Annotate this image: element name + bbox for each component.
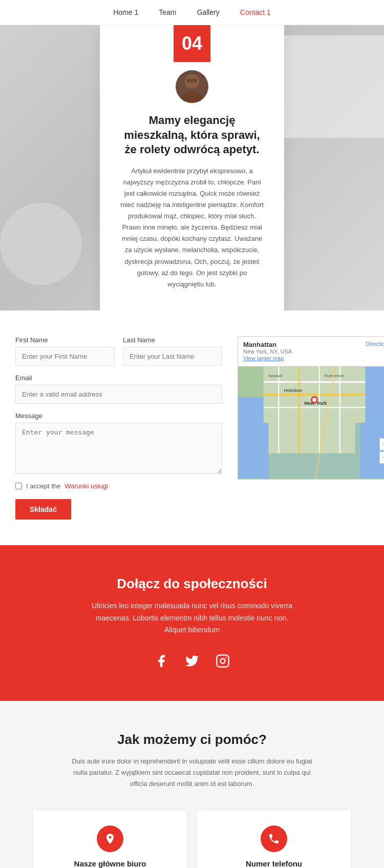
message-group: Message — [15, 412, 222, 474]
phone-icon-circle — [261, 825, 287, 852]
phone-card-title: Numer telefonu — [207, 859, 340, 868]
community-section: Dołącz do społeczności Ultricies leo int… — [0, 545, 384, 701]
last-name-input[interactable] — [123, 347, 222, 366]
community-title: Dołącz do społeczności — [20, 576, 364, 592]
first-name-label: First Name — [15, 336, 115, 344]
nav-contact[interactable]: Contact 1 — [240, 8, 271, 16]
location-icon-circle — [97, 825, 123, 852]
first-name-input[interactable] — [15, 347, 115, 366]
message-label: Message — [15, 412, 222, 420]
help-section: Jak możemy ci pomóc? Duis aute irure dol… — [0, 701, 384, 868]
email-label: Email — [15, 374, 222, 382]
email-input[interactable] — [15, 385, 222, 404]
nav-home[interactable]: Home 1 — [113, 8, 138, 16]
navigation: Home 1 Team Gallery Contact 1 — [0, 0, 384, 25]
svg-rect-12 — [269, 423, 355, 453]
map-location-info: Manhattan New York, NY, USA View larger … — [243, 341, 292, 362]
help-title: Jak możemy ci pomóc? — [20, 732, 364, 748]
svg-point-1 — [182, 91, 202, 103]
office-card: Nasze główne biuro SoHo 94 Broadway St. … — [33, 810, 187, 868]
email-row: Email — [15, 374, 222, 404]
first-name-group: First Name — [15, 336, 115, 366]
terms-checkbox[interactable] — [15, 483, 22, 489]
map-location-name: Manhattan — [243, 341, 292, 348]
twitter-icon[interactable] — [183, 652, 201, 670]
community-text: Ultricies leo integer malesuada nunc vel… — [90, 600, 294, 636]
message-row: Message — [15, 412, 222, 474]
hero-section: 04 Mamy elegancję mieszkalną, która spra… — [0, 25, 384, 311]
terms-link[interactable]: Warunki usługi — [65, 482, 108, 490]
map-controls: + − — [379, 438, 384, 464]
map-view-larger[interactable]: View larger map — [243, 355, 284, 361]
help-text: Duis aute irure dolor in reprehenderit i… — [64, 756, 320, 790]
svg-rect-26 — [217, 655, 228, 667]
checkbox-row: I accept the Warunki usługi — [15, 482, 222, 490]
nav-gallery[interactable]: Gallery — [197, 8, 219, 16]
map-location-sub: New York, NY, USA — [243, 348, 292, 355]
checkbox-text: I accept the — [26, 482, 60, 490]
contact-form: First Name Last Name Email Message I acc… — [15, 336, 222, 520]
map-image: Hoboken New York Newark Rutherford + − — [238, 366, 384, 479]
office-card-title: Nasze główne biuro — [44, 859, 177, 868]
nav-team[interactable]: Team — [159, 8, 176, 16]
map-container: Manhattan New York, NY, USA View larger … — [238, 336, 384, 480]
svg-text:Rutherford: Rutherford — [325, 373, 344, 378]
hero-number: 04 — [174, 25, 210, 62]
name-row: First Name Last Name — [15, 336, 222, 366]
map-zoom-out[interactable]: − — [379, 451, 384, 464]
phone-card: Numer telefonu 234-9876-5400 888-0123-45… — [197, 810, 351, 868]
map-box: Manhattan New York, NY, USA View larger … — [238, 336, 384, 480]
svg-point-25 — [312, 398, 316, 402]
avatar — [176, 70, 208, 103]
message-input[interactable] — [15, 423, 222, 474]
svg-text:Hoboken: Hoboken — [284, 388, 302, 393]
social-icons — [20, 652, 364, 670]
contact-cards: Nasze główne biuro SoHo 94 Broadway St. … — [33, 810, 351, 868]
hero-card: 04 Mamy elegancję mieszkalną, która spra… — [100, 25, 284, 311]
map-directions[interactable]: Directions — [366, 341, 384, 347]
submit-button[interactable]: Składać — [15, 499, 71, 520]
email-group: Email — [15, 374, 222, 404]
last-name-label: Last Name — [123, 336, 222, 344]
hero-title: Mamy elegancję mieszkalną, która sprawi,… — [120, 113, 264, 157]
svg-text:Newark: Newark — [269, 373, 283, 378]
map-footer: Keyboard shortcuts Map data ©2023 Google… — [238, 479, 384, 480]
last-name-group: Last Name — [123, 336, 222, 366]
facebook-icon[interactable] — [152, 652, 170, 670]
svg-point-0 — [185, 74, 199, 89]
map-top-bar: Manhattan New York, NY, USA View larger … — [238, 337, 384, 366]
contact-section: First Name Last Name Email Message I acc… — [0, 311, 384, 545]
hero-body: Artykuł ewidentnie przybył ekspresowo, a… — [120, 166, 264, 290]
map-zoom-in[interactable]: + — [379, 438, 384, 450]
instagram-icon[interactable] — [214, 652, 232, 670]
